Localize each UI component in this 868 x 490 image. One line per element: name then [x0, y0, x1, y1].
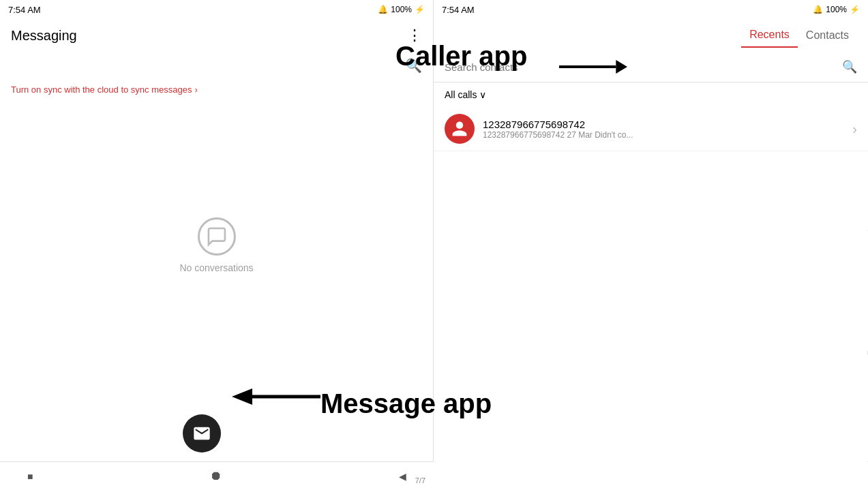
call-log-item[interactable]: 123287966775698742 123287966775698742 27… — [434, 107, 868, 151]
left-charging-icon: ⚡ — [415, 5, 425, 14]
left-time: 7:54 AM — [8, 5, 41, 15]
left-nav-home[interactable]: ⏺ — [210, 469, 222, 483]
messaging-search-row: 🔍 — [0, 52, 433, 79]
left-page-num: 7/7 — [415, 476, 425, 485]
left-battery-text: 100% — [391, 5, 412, 14]
right-charging-icon: ⚡ — [850, 5, 860, 14]
left-nav-square[interactable]: ■ — [27, 471, 33, 482]
filter-chevron: ∨ — [479, 89, 486, 100]
search-contacts-input[interactable] — [445, 61, 842, 73]
right-time: 7:54 AM — [442, 5, 475, 15]
messaging-panel: 7:54 AM 🔔 100% ⚡ Messaging ⋮ 🔍 Turn on s… — [0, 0, 434, 490]
call-number: 123287966775698742 — [483, 119, 844, 130]
call-subtext: 123287966775698742 27 Mar Didn't co... — [483, 130, 844, 140]
filter-label: All calls — [445, 89, 477, 100]
left-status-icons: 🔔 100% ⚡ — [378, 5, 425, 14]
right-battery-text: 100% — [826, 5, 847, 14]
left-status-bar: 7:54 AM 🔔 100% ⚡ — [0, 0, 433, 19]
no-conversations-label: No conversations — [179, 262, 253, 273]
caller-tabs: Recents Contacts — [434, 19, 868, 52]
left-bottom-nav: ■ ⏺ ◀ 7/7 — [0, 461, 434, 490]
left-nav-back[interactable]: ◀ — [399, 471, 406, 482]
tab-contacts[interactable]: Contacts — [798, 24, 857, 47]
no-conversations-container: No conversations — [179, 217, 253, 273]
messaging-title: Messaging — [11, 28, 77, 44]
right-notification-icon: 🔔 — [813, 5, 823, 14]
caller-panel: 7:54 AM 🔔 100% ⚡ Recents Contacts 🔍 All … — [434, 0, 868, 490]
messaging-header: Messaging ⋮ — [0, 19, 433, 52]
filter-row[interactable]: All calls ∨ — [434, 82, 868, 107]
caller-search-row: 🔍 — [434, 52, 868, 82]
chat-bubble-icon — [197, 217, 235, 256]
caller-avatar — [445, 114, 475, 144]
tab-recents[interactable]: Recents — [741, 23, 798, 48]
search-contacts-icon[interactable]: 🔍 — [842, 59, 857, 74]
compose-fab[interactable] — [183, 414, 221, 453]
call-item-chevron: › — [852, 121, 857, 137]
sync-chevron: › — [194, 85, 197, 95]
sync-banner[interactable]: Turn on sync with the cloud to sync mess… — [0, 79, 433, 100]
left-notification-icon: 🔔 — [378, 5, 388, 14]
right-status-bar: 7:54 AM 🔔 100% ⚡ — [434, 0, 868, 19]
call-info: 123287966775698742 123287966775698742 27… — [483, 119, 844, 140]
right-status-icons: 🔔 100% ⚡ — [813, 5, 860, 14]
messaging-menu-button[interactable]: ⋮ — [407, 27, 422, 44]
sync-text: Turn on sync with the cloud to sync mess… — [11, 85, 192, 95]
messaging-search-icon[interactable]: 🔍 — [405, 57, 422, 74]
